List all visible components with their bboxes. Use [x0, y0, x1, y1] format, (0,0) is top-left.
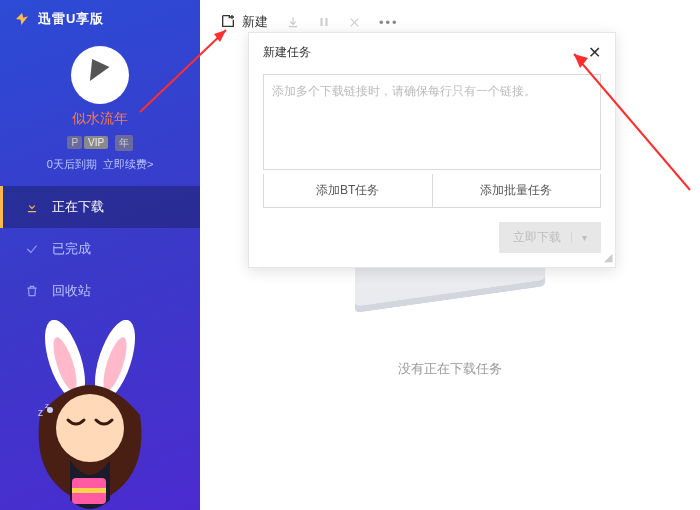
new-task-modal: 新建任务 ✕ 添加BT任务 添加批量任务 立即下载 ▾ ◢: [248, 32, 616, 268]
new-icon: [220, 13, 236, 32]
brand-logo-icon: [14, 11, 30, 27]
sidebar: 迅雷U享版 似水流年 PVIP 年 0天后到期 立即续费> 正在下载 已完成 回…: [0, 0, 200, 510]
nav-label: 回收站: [52, 282, 91, 300]
pause-button: [318, 15, 330, 29]
nav-downloading[interactable]: 正在下载: [0, 186, 200, 228]
download-now-button: 立即下载 ▾: [499, 222, 601, 253]
expiry-row: 0天后到期 立即续费>: [0, 157, 200, 172]
new-label: 新建: [242, 13, 268, 31]
url-input[interactable]: [263, 74, 601, 170]
download-now-label: 立即下载: [513, 229, 561, 246]
nav-done[interactable]: 已完成: [0, 228, 200, 270]
svg-text:z: z: [45, 401, 49, 410]
close-icon[interactable]: ✕: [588, 43, 601, 62]
add-bt-button[interactable]: 添加BT任务: [264, 174, 432, 207]
delete-button: [348, 16, 361, 29]
nav-trash[interactable]: 回收站: [0, 270, 200, 312]
svg-text:z: z: [38, 407, 43, 418]
avatar[interactable]: [71, 46, 129, 104]
expiry-text: 0天后到期: [47, 158, 97, 170]
nav-label: 正在下载: [52, 198, 104, 216]
empty-text: 没有正在下载任务: [200, 360, 700, 378]
brand: 迅雷U享版: [0, 0, 200, 38]
user-badges: PVIP 年: [0, 132, 200, 151]
sub-button-row: 添加BT任务 添加批量任务: [263, 174, 601, 208]
badge-year: 年: [115, 135, 133, 151]
modal-header: 新建任务 ✕: [249, 33, 615, 68]
check-icon: [24, 241, 40, 257]
download-icon: [24, 199, 40, 215]
svg-rect-6: [72, 488, 106, 493]
chevron-down-icon: ▾: [571, 232, 587, 243]
modal-title: 新建任务: [263, 44, 311, 61]
mascot-image: z z: [10, 320, 190, 510]
nav: 正在下载 已完成 回收站: [0, 186, 200, 312]
svg-rect-10: [321, 18, 323, 26]
start-button: [286, 15, 300, 29]
renew-link[interactable]: 立即续费>: [103, 158, 153, 170]
add-batch-button[interactable]: 添加批量任务: [432, 174, 601, 207]
badge-p: P: [67, 136, 82, 149]
username: 似水流年: [0, 110, 200, 128]
badge-vip: VIP: [84, 136, 108, 149]
svg-rect-11: [326, 18, 328, 26]
nav-label: 已完成: [52, 240, 91, 258]
brand-title: 迅雷U享版: [38, 10, 104, 28]
svg-point-4: [56, 394, 124, 462]
new-task-button[interactable]: 新建: [220, 13, 268, 32]
more-button[interactable]: •••: [379, 15, 399, 30]
trash-icon: [24, 283, 40, 299]
